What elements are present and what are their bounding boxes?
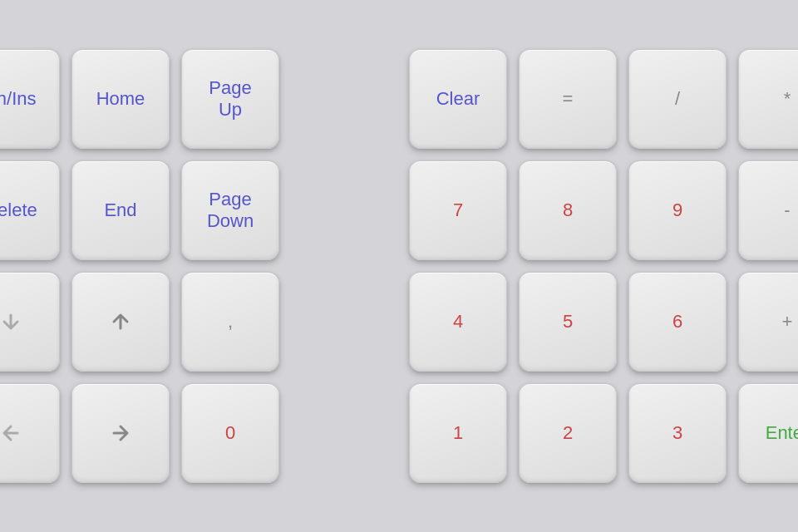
key-divide[interactable]: /: [628, 49, 727, 149]
key-1-label: 1: [453, 422, 463, 444]
key-page-up[interactable]: Page Up: [181, 49, 279, 149]
key-fn-ins-label: Fn/Ins: [0, 88, 37, 110]
key-page-down-label: Page Down: [207, 189, 254, 233]
key-multiply-label: *: [784, 88, 791, 110]
key-plus-label: +: [782, 311, 793, 332]
key-delete[interactable]: Delete: [0, 160, 60, 260]
key-clear[interactable]: Clear: [409, 49, 507, 149]
key-8[interactable]: 8: [519, 160, 617, 260]
key-7-label: 7: [453, 200, 463, 221]
key-arrow-down[interactable]: [0, 272, 60, 372]
key-2-label: 2: [563, 422, 573, 444]
key-enter-label: Enter: [766, 422, 798, 444]
key-page-down[interactable]: Page Down: [181, 160, 279, 260]
key-arrow-up[interactable]: [71, 272, 170, 372]
gap-row4: [291, 383, 397, 483]
key-equals-label: =: [563, 88, 574, 110]
key-5-label: 5: [563, 311, 573, 332]
key-6[interactable]: 6: [628, 272, 727, 372]
key-6-label: 6: [672, 311, 682, 332]
key-3-label: 3: [672, 422, 682, 444]
key-7[interactable]: 7: [409, 160, 507, 260]
key-0-numpad[interactable]: 0: [181, 383, 279, 483]
key-8-label: 8: [563, 200, 573, 221]
arrow-left-icon: [0, 421, 22, 445]
key-arrow-left[interactable]: [0, 383, 60, 483]
key-equals[interactable]: =: [519, 49, 617, 149]
key-0-numpad-label: 0: [225, 422, 235, 444]
key-fn-ins[interactable]: Fn/Ins: [0, 49, 60, 149]
key-comma[interactable]: ,: [181, 272, 279, 372]
arrow-right-icon: [109, 421, 132, 445]
key-divide-label: /: [675, 88, 680, 110]
key-end[interactable]: End: [71, 160, 170, 260]
key-2[interactable]: 2: [519, 383, 617, 483]
key-multiply[interactable]: *: [738, 49, 798, 149]
key-page-up-label: Page Up: [209, 77, 251, 121]
key-minus-label: -: [784, 200, 790, 221]
key-4-label: 4: [453, 311, 463, 332]
keyboard-row-3: , 4 5 6 +: [0, 272, 798, 372]
key-plus[interactable]: +: [738, 272, 798, 372]
gap-row3: [291, 272, 397, 372]
key-1[interactable]: 1: [409, 383, 507, 483]
key-home-label: Home: [96, 88, 145, 110]
key-9-label: 9: [672, 200, 682, 221]
key-9[interactable]: 9: [628, 160, 727, 260]
key-end-label: End: [104, 200, 136, 221]
keyboard-row-4: 0 1 2 3 Enter: [0, 383, 798, 483]
keyboard-row-1: Fn/Ins Home Page Up Clear = / *: [0, 49, 798, 149]
gap-row1: [291, 49, 397, 149]
key-home[interactable]: Home: [71, 49, 170, 149]
key-minus[interactable]: -: [738, 160, 798, 260]
arrow-up-icon: [109, 310, 132, 333]
key-5[interactable]: 5: [519, 272, 617, 372]
gap-row2: [291, 160, 397, 260]
key-3[interactable]: 3: [628, 383, 727, 483]
key-4[interactable]: 4: [409, 272, 507, 372]
key-delete-label: Delete: [0, 200, 37, 221]
keyboard-container: Fn/Ins Home Page Up Clear = / * Delete E…: [0, 32, 798, 500]
keyboard-row-2: Delete End Page Down 7 8 9 -: [0, 160, 798, 260]
key-enter[interactable]: Enter: [738, 383, 798, 483]
key-comma-label: ,: [228, 311, 233, 332]
arrow-down-icon: [0, 310, 22, 333]
key-clear-label: Clear: [436, 88, 480, 110]
key-arrow-right[interactable]: [71, 383, 170, 483]
